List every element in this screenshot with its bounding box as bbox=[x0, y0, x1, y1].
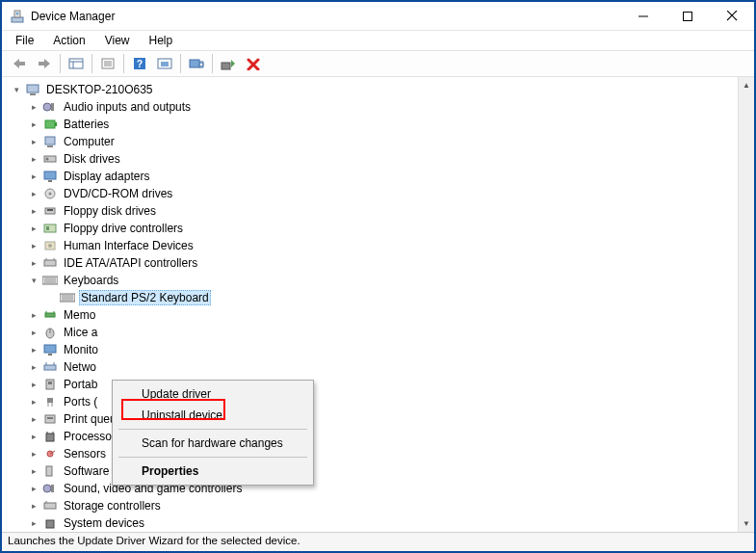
device-category-icon bbox=[42, 498, 58, 514]
ctx-properties[interactable]: Properties bbox=[115, 461, 311, 482]
tree-category[interactable]: ▸Netwo bbox=[2, 358, 738, 376]
uninstall-button[interactable] bbox=[242, 52, 265, 75]
category-label: System devices bbox=[62, 515, 146, 531]
svg-rect-38 bbox=[46, 226, 49, 230]
svg-point-19 bbox=[199, 63, 203, 66]
svg-point-40 bbox=[48, 244, 52, 248]
scroll-down-icon[interactable]: ▼ bbox=[739, 515, 754, 532]
svg-rect-37 bbox=[44, 224, 56, 232]
minimize-button[interactable] bbox=[621, 2, 665, 30]
tree-category[interactable]: ▸Floppy drive controllers bbox=[2, 220, 738, 237]
svg-rect-63 bbox=[48, 382, 52, 384]
menu-file[interactable]: File bbox=[8, 33, 41, 48]
expand-icon[interactable]: ▸ bbox=[27, 464, 40, 478]
help-button[interactable]: ? bbox=[128, 52, 151, 75]
menu-view[interactable]: View bbox=[97, 33, 138, 48]
expand-icon[interactable]: ▸ bbox=[27, 222, 40, 235]
tree-category[interactable]: ▸Computer bbox=[2, 133, 738, 150]
scan-hardware-button[interactable] bbox=[185, 52, 208, 75]
category-label: IDE ATA/ATAPI controllers bbox=[62, 255, 199, 271]
expand-icon[interactable]: ▸ bbox=[27, 482, 40, 495]
scroll-up-icon[interactable]: ▲ bbox=[739, 77, 754, 93]
category-label: Keyboards bbox=[62, 273, 120, 288]
device-category-icon bbox=[42, 99, 58, 115]
expand-icon[interactable]: ▸ bbox=[27, 499, 40, 513]
device-category-icon bbox=[42, 221, 58, 236]
expand-icon[interactable]: ▸ bbox=[27, 118, 40, 131]
tree-category[interactable]: ▸Disk drives bbox=[2, 150, 738, 168]
expand-icon[interactable]: ▸ bbox=[27, 100, 40, 114]
svg-rect-77 bbox=[44, 503, 56, 509]
root-label: DESKTOP-210O635 bbox=[44, 82, 155, 97]
ctx-separator bbox=[118, 457, 307, 458]
device-category-icon bbox=[42, 429, 58, 444]
maximize-button[interactable] bbox=[665, 2, 710, 30]
device-category-icon bbox=[42, 117, 58, 132]
expand-icon[interactable]: ▸ bbox=[27, 239, 40, 252]
expand-icon[interactable]: ▸ bbox=[27, 135, 40, 148]
menu-help[interactable]: Help bbox=[142, 33, 181, 48]
expand-icon[interactable]: ▸ bbox=[27, 378, 40, 391]
back-button[interactable] bbox=[8, 52, 31, 75]
expand-icon[interactable]: ▸ bbox=[27, 308, 40, 322]
tree-category[interactable]: ▸Storage controllers bbox=[2, 497, 738, 514]
tree-category-keyboards[interactable]: ▾ Keyboards bbox=[2, 272, 738, 289]
ctx-scan-hardware[interactable]: Scan for hardware changes bbox=[115, 433, 311, 454]
forward-button[interactable] bbox=[33, 52, 56, 75]
ctx-separator bbox=[118, 429, 307, 430]
properties-button[interactable] bbox=[96, 52, 119, 75]
svg-point-30 bbox=[46, 158, 49, 161]
expand-icon[interactable]: ▸ bbox=[27, 256, 40, 270]
collapse-icon[interactable]: ▾ bbox=[27, 274, 40, 287]
expand-icon[interactable]: ▸ bbox=[27, 170, 40, 183]
device-category-icon bbox=[42, 411, 58, 427]
tree-category[interactable]: ▸Human Interface Devices bbox=[2, 237, 738, 254]
device-category-icon bbox=[42, 169, 58, 184]
tree-category[interactable]: ▸Floppy disk drives bbox=[2, 202, 738, 220]
svg-rect-20 bbox=[222, 63, 230, 69]
tree-category[interactable]: ▸Batteries bbox=[2, 116, 738, 133]
ctx-uninstall-device[interactable]: Uninstall device bbox=[115, 405, 311, 426]
svg-rect-24 bbox=[51, 103, 54, 111]
expand-icon[interactable]: ▸ bbox=[27, 447, 40, 461]
tree-category[interactable]: ▸IDE ATA/ATAPI controllers bbox=[2, 254, 738, 272]
tree-category[interactable]: ▸Monito bbox=[2, 341, 738, 358]
collapse-icon[interactable]: ▾ bbox=[10, 83, 23, 96]
expand-icon[interactable]: ▸ bbox=[27, 430, 40, 443]
category-label: Audio inputs and outputs bbox=[62, 99, 193, 115]
expand-icon[interactable]: ▸ bbox=[27, 187, 40, 200]
category-label: Portab bbox=[62, 377, 99, 392]
device-category-icon bbox=[42, 134, 58, 149]
expand-icon[interactable]: ▸ bbox=[27, 326, 40, 339]
tree-category[interactable]: ▸Mice a bbox=[2, 324, 738, 341]
category-label: DVD/CD-ROM drives bbox=[62, 186, 174, 201]
expand-icon[interactable]: ▸ bbox=[27, 204, 40, 218]
svg-rect-27 bbox=[45, 137, 55, 145]
toolbar-separator bbox=[123, 54, 124, 73]
menu-action[interactable]: Action bbox=[45, 33, 92, 48]
keyboard-icon bbox=[42, 273, 58, 288]
close-button[interactable] bbox=[710, 2, 754, 30]
ctx-update-driver[interactable]: Update driver bbox=[115, 383, 311, 405]
show-hidden-button[interactable] bbox=[153, 52, 176, 75]
update-driver-button[interactable] bbox=[217, 52, 240, 75]
tree-device-standard-ps2-keyboard[interactable]: Standard PS/2 Keyboard bbox=[2, 289, 738, 306]
tree-category[interactable]: ▸DVD/CD-ROM drives bbox=[2, 185, 738, 202]
svg-rect-18 bbox=[190, 60, 199, 67]
expand-icon[interactable]: ▸ bbox=[27, 360, 40, 374]
expand-icon[interactable]: ▸ bbox=[27, 152, 40, 166]
expand-icon[interactable]: ▸ bbox=[27, 412, 40, 426]
expand-icon[interactable]: ▸ bbox=[27, 343, 40, 356]
scroll-track[interactable] bbox=[739, 93, 754, 515]
svg-text:?: ? bbox=[137, 59, 143, 69]
device-category-icon bbox=[42, 463, 58, 479]
show-hide-console-button[interactable] bbox=[65, 52, 88, 75]
expand-icon[interactable]: ▸ bbox=[27, 395, 40, 408]
vertical-scrollbar[interactable]: ▲ ▼ bbox=[738, 77, 754, 532]
tree-root[interactable]: ▾ DESKTOP-210O635 bbox=[2, 81, 738, 98]
tree-category[interactable]: ▸Display adapters bbox=[2, 168, 738, 185]
tree-category[interactable]: ▸Memo bbox=[2, 306, 738, 324]
expand-icon[interactable]: ▸ bbox=[27, 516, 40, 530]
tree-category[interactable]: ▸Audio inputs and outputs bbox=[2, 98, 738, 116]
tree-category[interactable]: ▸System devices bbox=[2, 514, 738, 532]
